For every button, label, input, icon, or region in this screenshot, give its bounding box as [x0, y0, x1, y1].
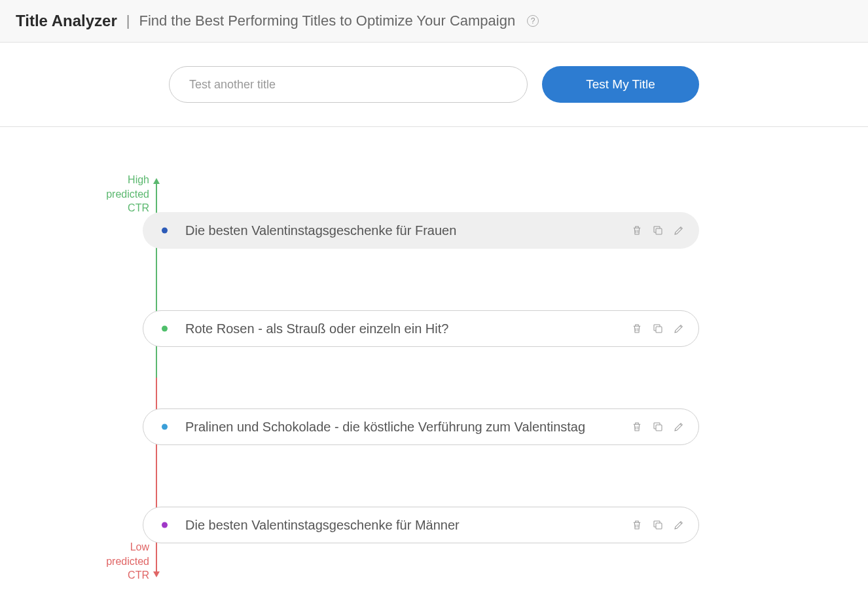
delete-icon[interactable]: [630, 322, 643, 335]
search-section: Test My Title: [0, 43, 868, 127]
header-divider: |: [126, 12, 130, 29]
title-text: Pralinen und Schokolade - die köstliche …: [172, 420, 630, 435]
test-title-button[interactable]: Test My Title: [542, 66, 699, 103]
svg-rect-0: [656, 228, 662, 234]
title-card[interactable]: Die besten Valentinstagsgeschenke für Fr…: [143, 212, 699, 249]
duplicate-icon[interactable]: [651, 224, 664, 237]
duplicate-icon[interactable]: [651, 322, 664, 335]
page-title: Title Analyzer: [16, 12, 117, 30]
page-header: Title Analyzer | Find the Best Performin…: [0, 0, 868, 43]
svg-rect-1: [656, 327, 662, 333]
card-actions: [630, 518, 685, 532]
card-actions: [630, 420, 685, 433]
results-area: High predicted CTR Low predicted CTR Die…: [0, 127, 868, 614]
title-text: Die besten Valentinstagsgeschenke für Mä…: [172, 518, 630, 533]
help-icon[interactable]: ?: [527, 15, 539, 27]
card-actions: [630, 322, 685, 335]
edit-icon[interactable]: [672, 224, 685, 237]
title-text: Rote Rosen - als Strauß oder einzeln ein…: [172, 321, 630, 336]
title-list: Die besten Valentinstagsgeschenke für Fr…: [143, 173, 725, 583]
duplicate-icon[interactable]: [651, 518, 664, 532]
delete-icon[interactable]: [630, 224, 643, 237]
title-card[interactable]: Pralinen und Schokolade - die köstliche …: [143, 408, 699, 445]
card-actions: [630, 224, 685, 237]
edit-icon[interactable]: [672, 420, 685, 433]
axis-container: High predicted CTR Low predicted CTR Die…: [143, 173, 725, 583]
delete-icon[interactable]: [630, 420, 643, 433]
rank-dot-icon: [162, 326, 168, 332]
axis-high-label: High predicted CTR: [94, 173, 149, 215]
duplicate-icon[interactable]: [651, 420, 664, 433]
title-card[interactable]: Die besten Valentinstagsgeschenke für Mä…: [143, 507, 699, 543]
rank-dot-icon: [162, 228, 168, 234]
page-subtitle: Find the Best Performing Titles to Optim…: [139, 12, 515, 29]
title-text: Die besten Valentinstagsgeschenke für Fr…: [172, 223, 630, 238]
axis-low-label: Low predicted CTR: [94, 540, 149, 583]
title-input[interactable]: [169, 66, 528, 103]
svg-rect-2: [656, 425, 662, 431]
delete-icon[interactable]: [630, 518, 643, 532]
title-card[interactable]: Rote Rosen - als Strauß oder einzeln ein…: [143, 310, 699, 347]
edit-icon[interactable]: [672, 322, 685, 335]
svg-rect-3: [656, 523, 662, 529]
rank-dot-icon: [162, 522, 168, 528]
edit-icon[interactable]: [672, 518, 685, 532]
rank-dot-icon: [162, 424, 168, 430]
